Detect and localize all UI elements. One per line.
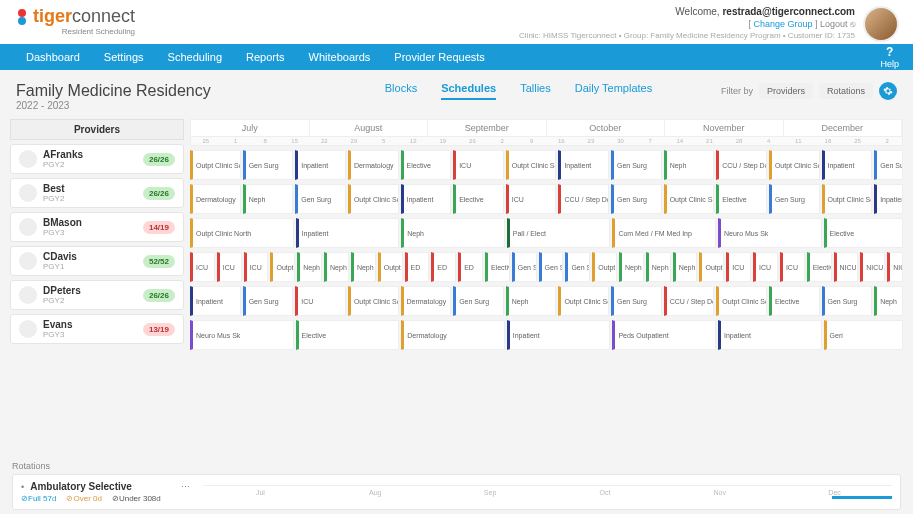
- schedule-cell[interactable]: ED: [458, 252, 483, 282]
- schedule-cell[interactable]: Gen Surg: [611, 150, 662, 180]
- schedule-cell[interactable]: ED: [405, 252, 430, 282]
- schedule-cell[interactable]: Inpatient: [507, 320, 611, 350]
- schedule-cell[interactable]: ICU: [190, 252, 215, 282]
- provider-row[interactable]: AFranksPGY226/26: [10, 144, 184, 174]
- schedule-cell[interactable]: ED: [431, 252, 456, 282]
- schedule-cell[interactable]: Gen Surg: [611, 184, 662, 214]
- schedule-cell[interactable]: Geri: [824, 320, 903, 350]
- schedule-cell[interactable]: Outpt: [592, 252, 617, 282]
- schedule-cell[interactable]: Peds Outpatient: [612, 320, 716, 350]
- nav-item-settings[interactable]: Settings: [92, 45, 156, 69]
- schedule-cell[interactable]: Dermatology: [401, 286, 452, 316]
- schedule-cell[interactable]: Outpt Clinic South: [348, 184, 399, 214]
- provider-row[interactable]: DPetersPGY226/26: [10, 280, 184, 310]
- schedule-cell[interactable]: Neph: [673, 252, 698, 282]
- nav-item-reports[interactable]: Reports: [234, 45, 297, 69]
- schedule-cell[interactable]: Inpatient: [401, 184, 452, 214]
- schedule-cell[interactable]: Gen Surg: [453, 286, 504, 316]
- provider-row[interactable]: BMasonPGY314/19: [10, 212, 184, 242]
- schedule-cell[interactable]: CCU / Step Down: [558, 184, 609, 214]
- avatar[interactable]: [863, 6, 899, 42]
- schedule-cell[interactable]: Gen S: [539, 252, 564, 282]
- schedule-cell[interactable]: Pall / Elect: [507, 218, 611, 248]
- schedule-cell[interactable]: Inpatient: [296, 218, 400, 248]
- help-button[interactable]: Help: [880, 45, 899, 69]
- schedule-cell[interactable]: Outpt Clinic North: [190, 218, 294, 248]
- nav-item-dashboard[interactable]: Dashboard: [14, 45, 92, 69]
- schedule-cell[interactable]: Neph: [351, 252, 376, 282]
- schedule-cell[interactable]: Gen Surg: [243, 150, 294, 180]
- schedule-cell[interactable]: Elective: [453, 184, 504, 214]
- schedule-cell[interactable]: Inpatien: [874, 184, 903, 214]
- schedule-cell[interactable]: NICU: [887, 252, 903, 282]
- gear-icon[interactable]: [879, 82, 897, 100]
- schedule-cell[interactable]: ICU: [217, 252, 242, 282]
- schedule-cell[interactable]: Gen Surg: [295, 184, 346, 214]
- schedule-cell[interactable]: Gen Sur: [874, 150, 903, 180]
- schedule-cell[interactable]: Outpt Clinic South: [190, 150, 241, 180]
- schedule-cell[interactable]: Dermatology: [348, 150, 399, 180]
- schedule-cell[interactable]: Elective: [401, 150, 452, 180]
- schedule-cell[interactable]: Electiv: [485, 252, 510, 282]
- schedule-cell[interactable]: Elective: [716, 184, 767, 214]
- schedule-cell[interactable]: Neph: [506, 286, 557, 316]
- schedule-cell[interactable]: Neph: [646, 252, 671, 282]
- schedule-cell[interactable]: Inpatient: [718, 320, 822, 350]
- nav-item-whiteboards[interactable]: Whiteboards: [297, 45, 383, 69]
- tab-schedules[interactable]: Schedules: [441, 82, 496, 100]
- schedule-cell[interactable]: Neph: [619, 252, 644, 282]
- schedule-cell[interactable]: Inpatient: [822, 150, 873, 180]
- schedule-cell[interactable]: Outpt: [270, 252, 295, 282]
- schedule-cell[interactable]: Neph: [243, 184, 294, 214]
- schedule-cell[interactable]: Inpatient: [190, 286, 241, 316]
- provider-row[interactable]: BestPGY226/26: [10, 178, 184, 208]
- schedule-cell[interactable]: Gen S: [512, 252, 537, 282]
- schedule-cell[interactable]: Dermatology: [190, 184, 241, 214]
- schedule-cell[interactable]: Elective: [296, 320, 400, 350]
- schedule-cell[interactable]: Neph: [874, 286, 903, 316]
- schedule-cell[interactable]: Outpt Clinic South: [348, 286, 399, 316]
- schedule-cell[interactable]: Outpt Clinic South: [664, 184, 715, 214]
- schedule-cell[interactable]: NICU: [834, 252, 859, 282]
- nav-item-scheduling[interactable]: Scheduling: [156, 45, 234, 69]
- schedule-cell[interactable]: Neph: [664, 150, 715, 180]
- schedule-cell[interactable]: Outpt: [699, 252, 724, 282]
- schedule-cell[interactable]: Outpt Clinic South: [716, 286, 767, 316]
- provider-row[interactable]: CDavisPGY152/52: [10, 246, 184, 276]
- schedule-cell[interactable]: ICU: [780, 252, 805, 282]
- schedule-cell[interactable]: ICU: [295, 286, 346, 316]
- schedule-cell[interactable]: NICU: [860, 252, 885, 282]
- schedule-cell[interactable]: Gen Surg: [611, 286, 662, 316]
- schedule-cell[interactable]: CCU / Step Down: [716, 150, 767, 180]
- nav-item-provider-requests[interactable]: Provider Requests: [382, 45, 497, 69]
- schedule-cell[interactable]: Neph: [324, 252, 349, 282]
- schedule-cell[interactable]: Inpatient: [558, 150, 609, 180]
- schedule-cell[interactable]: Outpt Clinic South: [769, 150, 820, 180]
- schedule-cell[interactable]: Outpt Clinic South: [822, 184, 873, 214]
- filter-rotations[interactable]: Rotations: [819, 83, 873, 99]
- filter-providers[interactable]: Providers: [759, 83, 813, 99]
- schedule-cell[interactable]: Neuro Mus Sk: [718, 218, 822, 248]
- schedule-cell[interactable]: Dermatology: [401, 320, 505, 350]
- schedule-cell[interactable]: Outpt Clinic South: [506, 150, 557, 180]
- schedule-cell[interactable]: Gen S: [565, 252, 590, 282]
- schedule-cell[interactable]: ICU: [453, 150, 504, 180]
- schedule-cell[interactable]: Gen Surg: [822, 286, 873, 316]
- schedule-cell[interactable]: ICU: [506, 184, 557, 214]
- schedule-cell[interactable]: Inpatient: [295, 150, 346, 180]
- more-icon[interactable]: ⋯: [181, 482, 191, 492]
- logout-link[interactable]: Logout: [820, 19, 848, 29]
- schedule-cell[interactable]: Neuro Mus Sk: [190, 320, 294, 350]
- schedule-cell[interactable]: ICU: [244, 252, 269, 282]
- schedule-cell[interactable]: Electiv: [807, 252, 832, 282]
- schedule-cell[interactable]: Gen Surg: [769, 184, 820, 214]
- tab-daily-templates[interactable]: Daily Templates: [575, 82, 652, 100]
- provider-row[interactable]: EvansPGY313/19: [10, 314, 184, 344]
- schedule-cell[interactable]: Elective: [769, 286, 820, 316]
- tab-tallies[interactable]: Tallies: [520, 82, 551, 100]
- schedule-cell[interactable]: CCU / Step Down: [664, 286, 715, 316]
- schedule-cell[interactable]: Gen Surg: [243, 286, 294, 316]
- schedule-cell[interactable]: Outpt Clinic South: [558, 286, 609, 316]
- schedule-cell[interactable]: ICU: [726, 252, 751, 282]
- schedule-cell[interactable]: Elective: [824, 218, 903, 248]
